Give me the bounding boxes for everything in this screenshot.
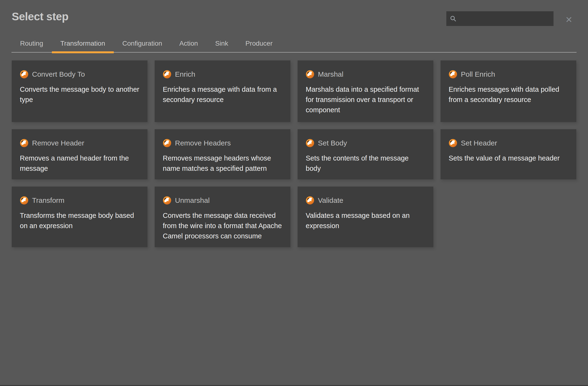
tab-routing[interactable]: Routing [11, 35, 52, 52]
step-card-header: Remove Headers [163, 139, 282, 147]
camel-logo-icon [163, 139, 171, 147]
step-grid: Convert Body To Converts the message bod… [12, 61, 577, 247]
tab-sink[interactable]: Sink [207, 35, 237, 52]
step-card-poll-enrich[interactable]: Poll Enrich Enriches messages with data … [441, 61, 576, 122]
step-card-set-body[interactable]: Set Body Sets the contents of the messag… [298, 129, 433, 179]
step-card-description: Removes message headers whose name match… [163, 153, 282, 174]
step-card-title: Set Body [318, 139, 347, 147]
tab-producer[interactable]: Producer [237, 35, 281, 52]
search-input[interactable] [459, 15, 550, 22]
camel-logo-icon [449, 139, 457, 147]
step-card-title: Convert Body To [32, 70, 85, 78]
step-card-header: Poll Enrich [449, 70, 568, 79]
step-card-header: Remove Header [20, 139, 139, 147]
step-card-header: Transform [20, 196, 139, 205]
camel-logo-icon [20, 70, 28, 79]
step-card-transform[interactable]: Transform Transforms the message body ba… [12, 186, 147, 247]
step-card-description: Removes a named header from the message [20, 153, 139, 174]
step-card-header: Validate [306, 196, 425, 205]
step-card-header: Convert Body To [20, 70, 139, 79]
step-card-unmarshal[interactable]: Unmarshal Converts the message data rece… [155, 186, 290, 247]
camel-logo-icon [163, 70, 171, 79]
camel-logo-icon [306, 70, 314, 79]
search-box[interactable] [446, 11, 554, 26]
camel-logo-icon [20, 196, 28, 205]
search-icon [450, 15, 457, 22]
step-card-description: Sets the contents of the message body [306, 153, 425, 174]
step-card-title: Remove Header [32, 139, 84, 147]
step-card-header: Unmarshal [163, 196, 282, 205]
step-card-remove-headers[interactable]: Remove Headers Removes message headers w… [155, 129, 290, 179]
step-card-header: Set Body [306, 139, 425, 147]
step-card-convert-body-to[interactable]: Convert Body To Converts the message bod… [12, 61, 147, 122]
step-card-marshal[interactable]: Marshal Marshals data into a specified f… [298, 61, 433, 122]
step-card-description: Converts the message body to another typ… [20, 84, 139, 105]
step-card-title: Set Header [461, 139, 497, 147]
step-card-description: Enriches messages with data polled from … [449, 84, 568, 105]
step-card-header: Enrich [163, 70, 282, 79]
camel-logo-icon [163, 196, 171, 205]
step-card-description: Marshals data into a specified format fo… [306, 84, 425, 115]
window-bottom-edge [0, 385, 588, 386]
step-card-header: Set Header [449, 139, 568, 147]
step-card-set-header[interactable]: Set Header Sets the value of a message h… [441, 129, 576, 179]
camel-logo-icon [449, 70, 457, 79]
step-card-description: Enriches a message with data from a seco… [163, 84, 282, 105]
step-card-description: Validates a message based on an expressi… [306, 210, 425, 231]
step-card-header: Marshal [306, 70, 425, 79]
step-card-validate[interactable]: Validate Validates a message based on an… [298, 186, 433, 247]
step-card-title: Validate [318, 196, 343, 204]
step-card-title: Marshal [318, 70, 343, 78]
step-card-title: Enrich [175, 70, 195, 78]
page-title: Select step [12, 10, 68, 23]
close-icon[interactable]: ✕ [562, 13, 576, 26]
camel-logo-icon [306, 196, 314, 205]
step-card-description: Converts the message data received from … [163, 210, 282, 241]
step-card-title: Transform [32, 196, 64, 204]
tab-transformation[interactable]: Transformation [52, 35, 114, 52]
step-card-description: Sets the value of a message header [449, 153, 568, 163]
step-card-description: Transforms the message body based on an … [20, 210, 139, 231]
step-card-enrich[interactable]: Enrich Enriches a message with data from… [155, 61, 290, 122]
tab-configuration[interactable]: Configuration [114, 35, 171, 52]
tab-action[interactable]: Action [171, 35, 207, 52]
camel-logo-icon [306, 139, 314, 147]
tab-bar: Routing Transformation Configuration Act… [11, 35, 577, 53]
step-card-title: Unmarshal [175, 196, 210, 204]
camel-logo-icon [20, 139, 28, 147]
step-card-title: Poll Enrich [461, 70, 495, 78]
step-card-remove-header[interactable]: Remove Header Removes a named header fro… [12, 129, 147, 179]
step-card-title: Remove Headers [175, 139, 231, 147]
